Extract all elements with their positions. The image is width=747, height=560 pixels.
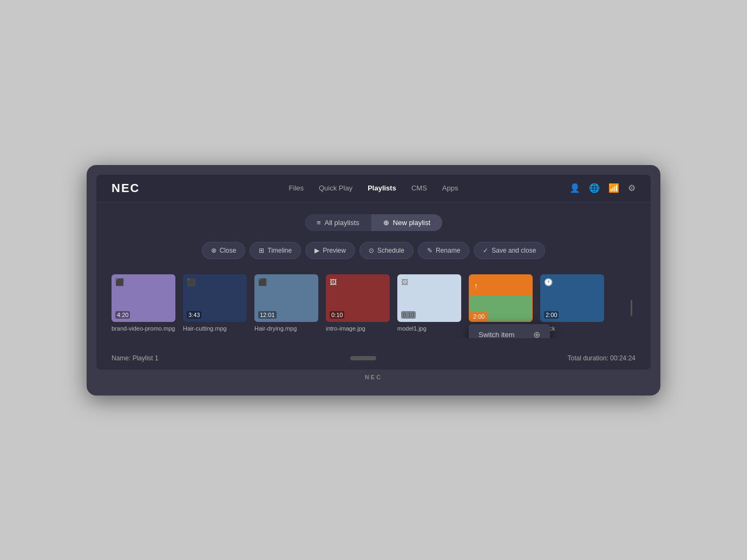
plus-icon: ⊕ [383,219,389,227]
settings-icon[interactable]: ⚙ [628,183,635,193]
item-duration: 0:10 [330,311,344,319]
item-duration: 0:10 [401,311,416,319]
tab-all-playlists[interactable]: ≡ All playlists [305,214,371,231]
toolbar: ⊗ Close ⊞ Timeline ▶ Preview ⊙ Schedule … [112,242,635,259]
nav-apps[interactable]: Apps [442,183,458,193]
item-duration: 2:00 [544,311,559,319]
item-thumbnail: ⬛ 12:01 [254,274,318,322]
timeline-button[interactable]: ⊞ Timeline [250,242,301,259]
wifi-icon[interactable]: 📶 [608,183,619,193]
list-item[interactable]: ⬛ 4:20 brand-video-promo.mpg [112,274,175,332]
playlist-container: ⬛ 4:20 brand-video-promo.mpg ⬛ 3:43 Hair… [112,274,635,338]
item-duration: 4:20 [115,311,130,319]
switch-item-label: Switch item [479,331,514,338]
context-switch-item[interactable]: Switch item ⊕ [469,324,550,338]
save-close-button[interactable]: ✓ Save and close [474,242,545,259]
item-name: Hair-cutting.mpg [183,325,227,332]
tab-new-playlist[interactable]: ⊕ New playlist [371,214,442,231]
play-icon: ▶ [314,247,319,254]
item-thumbnail-selected: ↑ 2:00 [469,274,533,322]
item-thumbnail: 🖼 0:10 [326,274,390,322]
scrollbar[interactable] [631,300,632,316]
item-name: brand-video-promo.mpg [112,325,175,332]
item-name: model1.jpg [397,325,427,332]
clock-icon: 🕐 [544,278,553,286]
item-duration: 3:43 [187,311,201,319]
tv-monitor: NEC Files Quick Play Playlists CMS Apps … [87,165,660,396]
header: NEC Files Quick Play Playlists CMS Apps … [96,175,651,202]
video-icon: ⬛ [187,278,195,286]
timeline-icon: ⊞ [259,247,264,254]
nav-files[interactable]: Files [289,183,304,193]
list-item[interactable]: 🖼 0:10 model1.jpg [397,274,461,332]
user-icon[interactable]: 👤 [569,183,580,193]
item-name: Hair-drying.mpg [254,325,297,332]
playlist-name: Name: Playlist 1 [112,354,159,362]
rename-icon: ✎ [427,247,433,254]
list-item[interactable]: ↑ 2:00 Weather Switch item ⊕ [469,274,533,332]
main-content: ≡ All playlists ⊕ New playlist ⊗ Close ⊞… [96,202,651,349]
item-thumbnail: 🕐 2:00 [540,274,604,322]
nav-cms[interactable]: CMS [411,183,427,193]
all-playlists-label: All playlists [324,219,359,227]
image-icon: 🖼 [401,278,408,286]
item-thumbnail: 🖼 0:10 [397,274,461,322]
tv-brand-label: NEC [96,374,651,380]
footer-handle[interactable] [350,356,376,360]
save-icon: ✓ [483,247,488,254]
footer: Name: Playlist 1 Total duration: 00:24:2… [96,349,651,370]
nav-menu: Files Quick Play Playlists CMS Apps [289,183,458,193]
total-duration: Total duration: 00:24:24 [568,354,635,362]
image-icon: 🖼 [330,278,337,286]
list-icon: ≡ [317,219,321,227]
list-item[interactable]: 🖼 0:10 intro-image.jpg [326,274,390,332]
preview-button[interactable]: ▶ Preview [305,242,355,259]
schedule-icon: ⊙ [369,247,374,254]
new-playlist-label: New playlist [393,219,430,227]
header-icons: 👤 🌐 📶 ⚙ [569,183,635,193]
rename-button[interactable]: ✎ Rename [418,242,469,259]
context-menu: Switch item ⊕ Duration 03:00 Reorder [469,324,550,338]
item-duration: 2:00 [470,312,488,321]
plus-circle-icon: ⊕ [533,330,540,338]
close-icon: ⊗ [211,247,217,254]
list-item[interactable]: ⬛ 3:43 Hair-cutting.mpg [183,274,247,332]
tv-screen: NEC Files Quick Play Playlists CMS Apps … [96,175,651,370]
video-icon: ⬛ [258,278,267,286]
playlist-area: ⬛ 4:20 brand-video-promo.mpg ⬛ 3:43 Hair… [112,274,635,338]
nav-playlists[interactable]: Playlists [368,183,396,193]
logo: NEC [112,181,140,195]
video-icon: ⬛ [115,278,124,286]
item-name: intro-image.jpg [326,325,365,332]
item-duration: 12:01 [258,311,277,319]
nav-quickplay[interactable]: Quick Play [319,183,352,193]
list-item[interactable]: 🕐 2:00 Clock [540,274,604,332]
tab-bar: ≡ All playlists ⊕ New playlist [112,214,635,231]
globe-icon[interactable]: 🌐 [589,183,600,193]
list-item[interactable]: ⬛ 12:01 Hair-drying.mpg [254,274,318,332]
schedule-button[interactable]: ⊙ Schedule [359,242,414,259]
item-thumbnail: ⬛ 3:43 [183,274,247,322]
item-thumbnail: ⬛ 4:20 [112,274,175,322]
weather-arrow-icon: ↑ [474,281,478,290]
close-button[interactable]: ⊗ Close [202,242,246,259]
